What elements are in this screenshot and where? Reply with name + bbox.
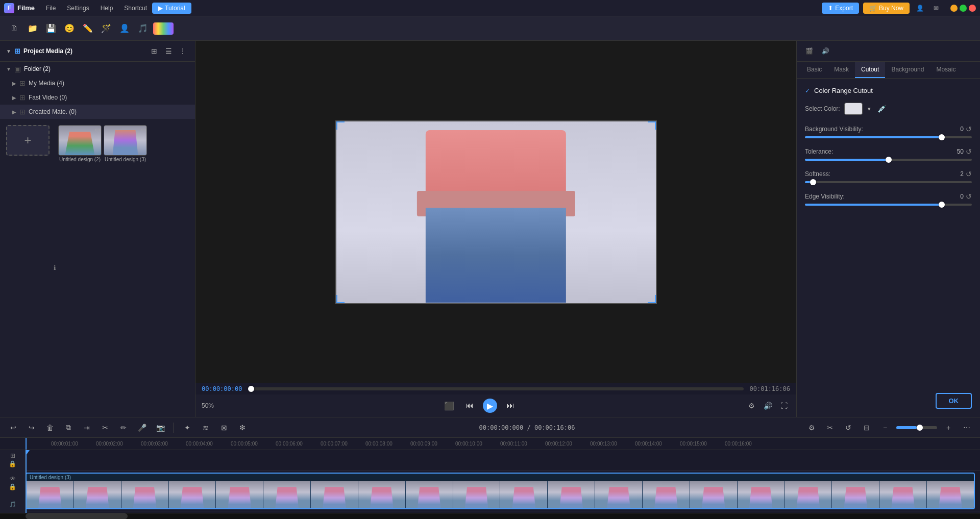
bg-visibility-thumb[interactable]	[939, 134, 945, 140]
save-icon[interactable]: 💾	[43, 20, 59, 37]
sticker-button[interactable]: ❇	[235, 421, 250, 435]
info-icon[interactable]: ℹ	[54, 264, 56, 271]
expand-icon[interactable]: ▼	[6, 48, 11, 54]
corner-tr	[648, 121, 656, 130]
draw-button[interactable]: ✏	[116, 421, 131, 435]
tutorial-button[interactable]: ▶ Tutorial	[152, 3, 191, 14]
scrollbar-thumb[interactable]	[26, 513, 128, 519]
tl-rotate-btn[interactable]: ↺	[841, 421, 855, 435]
tl-settings-btn[interactable]: ⚙	[804, 421, 819, 435]
corner-bl	[336, 295, 345, 303]
video-clip[interactable]: Untitled design (3)	[26, 473, 975, 509]
user-icon[interactable]: 👤	[914, 2, 926, 14]
gradient-button[interactable]	[153, 22, 174, 35]
tree-item-mymedia[interactable]: ▶ ⊞ My Media (4)	[0, 76, 195, 90]
tab-mask[interactable]: Mask	[828, 62, 855, 78]
next-frame-button[interactable]: ⏭	[503, 399, 518, 413]
open-icon[interactable]: 📁	[24, 20, 41, 37]
new-project-icon[interactable]: 🗎	[6, 20, 22, 37]
tab-basic[interactable]: Basic	[801, 62, 828, 78]
tree-item-folder[interactable]: ▼ ▣ Folder (2)	[0, 62, 195, 76]
thumb-corner-icon: ▭	[140, 126, 146, 133]
progress-bar[interactable]	[248, 387, 743, 390]
tl-zoom-out-btn[interactable]: −	[878, 421, 892, 435]
stop-button[interactable]: ⬛	[442, 399, 456, 413]
copy-button[interactable]: ⧉	[61, 421, 76, 435]
dropdown-arrow-icon[interactable]: ▼	[867, 106, 872, 112]
softness-reset[interactable]: ↺	[966, 170, 972, 178]
camera-button[interactable]: 📷	[153, 421, 167, 435]
zoom-thumb[interactable]	[917, 425, 923, 431]
effect-button[interactable]: ✦	[180, 421, 194, 435]
music-icon[interactable]: 🎵	[135, 20, 151, 37]
buynow-button[interactable]: 🛒 Buy Now	[863, 3, 910, 14]
volume-icon[interactable]: 🔊	[762, 400, 774, 412]
eye-icon[interactable]: 👁	[10, 475, 16, 482]
crop-button[interactable]: ⊠	[217, 421, 231, 435]
tree-item-createdmate[interactable]: ▶ ⊞ Created Mate. (0)	[0, 105, 195, 119]
undo-button[interactable]: ↩	[6, 421, 20, 435]
mail-icon[interactable]: ✉	[930, 2, 942, 14]
play-button[interactable]: ▶	[483, 399, 497, 413]
tab-cutout[interactable]: Cutout	[855, 62, 885, 78]
redo-button[interactable]: ↪	[24, 421, 39, 435]
shortcut-menu[interactable]: Shortcut	[119, 3, 152, 14]
audio-icon[interactable]: 🎵	[9, 501, 16, 508]
lock-icon[interactable]: 🔒	[9, 460, 16, 467]
file-menu[interactable]: File	[41, 3, 61, 14]
add-button[interactable]: +	[6, 125, 50, 156]
wand-icon[interactable]: 🪄	[98, 20, 114, 37]
bg-visibility-reset[interactable]: ↺	[966, 125, 972, 133]
media-item-1[interactable]: ▭ Untitled design (2)	[58, 125, 102, 411]
ok-button[interactable]: OK	[936, 393, 972, 409]
audio-track-row	[26, 511, 980, 513]
export-button[interactable]: ⬆ Export	[822, 3, 859, 14]
tl-expand-btn[interactable]: ⊟	[860, 421, 874, 435]
tl-zoom-in-btn[interactable]: +	[941, 421, 955, 435]
help-menu[interactable]: Help	[95, 3, 118, 14]
minimize-button[interactable]	[950, 5, 958, 12]
layers-icon[interactable]: ⊞	[10, 452, 15, 459]
close-button[interactable]	[969, 5, 976, 12]
right-actions: ⬆ Export 🛒 Buy Now 👤 ✉	[822, 2, 976, 14]
settings-menu[interactable]: Settings	[62, 3, 94, 14]
app-logo[interactable]: F Filme	[4, 3, 35, 13]
tolerance-reset[interactable]: ↺	[966, 147, 972, 156]
tl-more-btn[interactable]: ⋯	[960, 421, 974, 435]
eyedropper-button[interactable]: 💉	[876, 103, 888, 115]
lock-icon-2[interactable]: 🔒	[9, 483, 16, 490]
progress-thumb[interactable]	[248, 386, 254, 392]
panel-audio-icon[interactable]: 🔊	[819, 45, 831, 57]
timeline-body: 00:00:01:00 00:00:02:00 00:00:03:00 00:0…	[0, 438, 980, 519]
zoom-slider[interactable]	[896, 426, 937, 429]
add-media-thumb[interactable]: +	[6, 125, 50, 411]
delete-button[interactable]: 🗑	[43, 421, 57, 435]
mic-button[interactable]: 🎤	[135, 421, 149, 435]
emoji-icon[interactable]: 😊	[61, 20, 78, 37]
split-button[interactable]: ✂	[98, 421, 112, 435]
edge-visibility-reset[interactable]: ↺	[966, 192, 972, 201]
prev-frame-button[interactable]: ⏮	[462, 399, 477, 413]
list-view-button[interactable]: ☰	[162, 45, 175, 57]
fullscreen-icon[interactable]: ⛶	[778, 400, 790, 412]
audio-edit-button[interactable]: ≋	[199, 421, 213, 435]
color-swatch[interactable]	[844, 103, 863, 115]
snap-button[interactable]: ⇥	[80, 421, 94, 435]
settings-icon[interactable]: ⚙	[745, 400, 757, 412]
edge-visibility-thumb[interactable]	[939, 202, 945, 208]
media-item-2[interactable]: ▭ Untitled design (3)	[104, 125, 147, 411]
softness-thumb[interactable]	[810, 179, 816, 185]
arrow-icon: ▼	[6, 66, 11, 72]
person-icon[interactable]: 👤	[116, 20, 133, 37]
edit-icon[interactable]: ✏️	[80, 20, 96, 37]
tab-mosaic[interactable]: Mosaic	[930, 62, 962, 78]
tolerance-thumb[interactable]	[886, 157, 892, 163]
panel-video-icon[interactable]: 🎬	[803, 45, 815, 57]
timeline-scrollbar[interactable]	[0, 513, 980, 519]
maximize-button[interactable]	[960, 5, 967, 12]
more-options-button[interactable]: ⋮	[177, 45, 189, 57]
tl-cut-btn[interactable]: ✂	[823, 421, 837, 435]
grid-view-button[interactable]: ⊞	[148, 45, 160, 57]
tree-item-fastvideo[interactable]: ▶ ⊞ Fast Video (0)	[0, 90, 195, 105]
tab-background[interactable]: Background	[885, 62, 930, 78]
